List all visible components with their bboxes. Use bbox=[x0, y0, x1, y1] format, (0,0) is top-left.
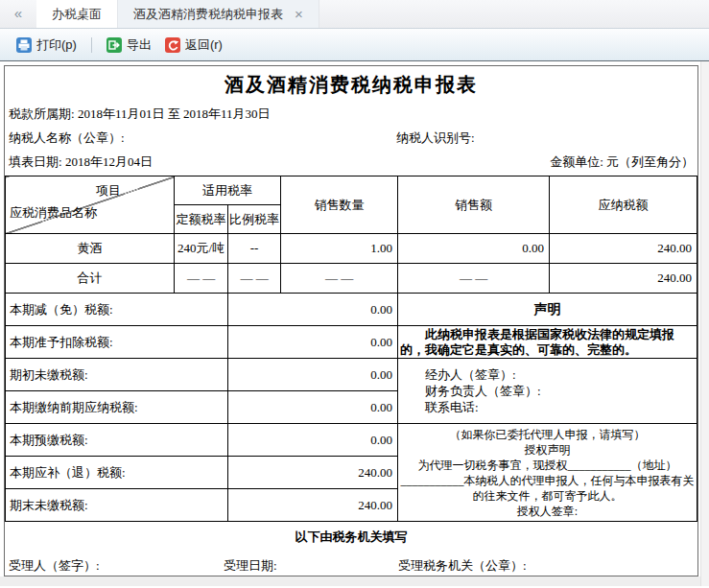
item-name: 黄酒 bbox=[6, 234, 175, 264]
row-label: 本期预缴税额: bbox=[6, 424, 228, 457]
receiver-label: 受理人（签字）: bbox=[9, 557, 100, 575]
agent-signer-label: 经办人（签章）: bbox=[425, 366, 697, 383]
authorization-line: 的往来文件，都可寄予此人。 bbox=[398, 488, 697, 504]
table-row: 本期准予扣除税额: 0.00 此纳税申报表是根据国家税收法律的规定填报的，我确定… bbox=[6, 326, 697, 359]
form-title: 酒及酒精消费税纳税申报表 bbox=[5, 66, 697, 98]
sales-value: — — bbox=[398, 264, 550, 294]
row-value: 0.00 bbox=[228, 294, 398, 326]
row-label: 期初未缴税额: bbox=[6, 359, 228, 391]
row-label: 本期缴纳前期应纳税额: bbox=[6, 391, 228, 424]
applicable-rate-header: 适用税率 bbox=[175, 176, 281, 205]
content-area: 酒及酒精消费税纳税申报表 税款所属期: 2018年11月01日 至 2018年1… bbox=[0, 61, 709, 586]
taxpayer-name-label: 纳税人名称（公章）: bbox=[9, 129, 396, 147]
tab-declaration-form[interactable]: 酒及酒精消费税纳税申报表 × bbox=[118, 0, 319, 28]
authorizer-seal-label: 授权人签章: bbox=[398, 504, 697, 519]
taxpayer-line: 纳税人名称（公章）: 纳税人识别号: bbox=[5, 123, 697, 147]
row-label: 本期减（免）税额: bbox=[6, 294, 228, 326]
tax-period-value: 2018年11月01日 至 2018年11月30日 bbox=[78, 106, 271, 121]
print-button[interactable]: 打印(p) bbox=[10, 33, 83, 58]
row-value: 0.00 bbox=[228, 326, 398, 359]
row-label: 本期应补（退）税额: bbox=[6, 457, 228, 489]
export-icon bbox=[106, 37, 122, 53]
ratio-rate-value: — — bbox=[228, 264, 281, 294]
tax-period-line: 税款所属期: 2018年11月01日 至 2018年11月30日 bbox=[5, 98, 697, 123]
sales-header: 销售额 bbox=[398, 176, 550, 234]
sales-value: 0.00 bbox=[398, 234, 550, 264]
back-button-label: 返回(r) bbox=[185, 36, 223, 54]
ratio-rate-value: -- bbox=[228, 234, 281, 264]
row-value: 240.00 bbox=[228, 457, 398, 489]
tab-desktop-label: 办税桌面 bbox=[52, 7, 102, 21]
declaration-text: 此纳税申报表是根据国家税收法律的规定填报的，我确定它是真实的、可靠的、完整的。 bbox=[398, 326, 697, 359]
toolbar: 打印(p) 导出 返回(r) bbox=[0, 29, 709, 61]
tab-desktop[interactable]: 办税桌面 bbox=[36, 0, 118, 28]
corner-header-cell: 项目 应税消费品名称 bbox=[6, 176, 175, 234]
contact-phone-label: 联系电话: bbox=[425, 399, 697, 415]
app-window: « 办税桌面 酒及酒精消费税纳税申报表 × 打印(p) bbox=[0, 0, 709, 586]
row-label: 本期准予扣除税额: bbox=[6, 326, 228, 359]
quantity-value: — — bbox=[281, 264, 398, 294]
authorization-line: 为代理一切税务事宜，现授权___________（地址） bbox=[398, 458, 697, 473]
export-button-label: 导出 bbox=[127, 36, 152, 54]
row-value: 0.00 bbox=[228, 424, 398, 457]
ratio-rate-header: 比例税率 bbox=[228, 205, 281, 234]
row-value: 0.00 bbox=[228, 391, 398, 424]
authorization-line: ___________本纳税人的代理申报人，任何与本申报表有关 bbox=[398, 473, 697, 488]
fixed-rate-value: 240元/吨 bbox=[175, 234, 228, 264]
close-icon[interactable]: × bbox=[295, 7, 303, 21]
agent-signature-block: 经办人（签章）: 财务负责人（签章）: 联系电话: bbox=[398, 359, 697, 424]
declaration-header: 声明 bbox=[398, 294, 697, 326]
fill-date-line: 填表日期: 2018年12月04日 金额单位: 元（列至角分） bbox=[5, 147, 697, 176]
main-table: 项目 应税消费品名称 适用税率 销售数量 销售额 应纳税额 定额税率 比例税率 … bbox=[5, 176, 697, 294]
collapse-tabs-icon[interactable]: « bbox=[0, 0, 36, 28]
export-button[interactable]: 导出 bbox=[100, 33, 158, 58]
authorization-title: 授权声明 bbox=[398, 442, 697, 458]
row-value: 240.00 bbox=[228, 489, 398, 522]
receiving-office-label: 受理税务机关（公章）: bbox=[398, 557, 527, 575]
item-name: 合计 bbox=[6, 264, 175, 294]
quantity-value: 1.00 bbox=[281, 234, 398, 264]
corner-bottom-label: 应税消费品名称 bbox=[10, 204, 97, 222]
taxpayer-id-label: 纳税人识别号: bbox=[396, 129, 475, 147]
table-row: 期初未缴税额: 0.00 经办人（签章）: 财务负责人（签章）: 联系电话: bbox=[6, 359, 697, 391]
print-button-label: 打印(p) bbox=[36, 36, 77, 54]
receive-date-label: 受理日期: bbox=[224, 557, 277, 575]
fixed-rate-value: — — bbox=[175, 264, 228, 294]
corner-top-label: 项目 bbox=[96, 182, 121, 200]
form-panel: 酒及酒精消费税纳税申报表 税款所属期: 2018年11月01日 至 2018年1… bbox=[4, 65, 698, 576]
tab-bar: « 办税桌面 酒及酒精消费税纳税申报表 × bbox=[0, 0, 709, 29]
table-row: 本期减（免）税额: 0.00 声明 bbox=[6, 294, 697, 326]
fixed-rate-header: 定额税率 bbox=[175, 205, 228, 234]
toolbar-separator bbox=[91, 37, 92, 53]
tax-period-label: 税款所属期: bbox=[9, 106, 75, 121]
row-value: 0.00 bbox=[228, 359, 398, 391]
authorization-line: （如果你已委托代理人申报，请填写） bbox=[398, 427, 697, 442]
finance-officer-label: 财务负责人（签章）: bbox=[425, 383, 697, 399]
tab-declaration-form-label: 酒及酒精消费税纳税申报表 bbox=[133, 0, 283, 28]
row-label: 期末未缴税额: bbox=[6, 489, 228, 522]
tax-value: 240.00 bbox=[550, 234, 697, 264]
table-row: 本期预缴税额: 0.00 （如果你已委托代理人申报，请填写） 授权声明 为代理一… bbox=[6, 424, 697, 457]
back-button[interactable]: 返回(r) bbox=[158, 33, 229, 58]
amount-unit-label: 金额单位: 元（列至角分） bbox=[550, 153, 694, 171]
table-row-total: 合计 — — — — — — — — 240.00 bbox=[6, 264, 697, 294]
table-row-yellow-wine: 黄酒 240元/吨 -- 1.00 0.00 240.00 bbox=[6, 234, 697, 264]
tax-value: 240.00 bbox=[550, 264, 697, 294]
tax-office-header: 以下由税务机关填写 bbox=[5, 529, 697, 548]
back-icon bbox=[165, 37, 180, 53]
tax-header: 应纳税额 bbox=[550, 176, 697, 234]
fill-date: 填表日期: 2018年12月04日 bbox=[9, 153, 153, 171]
fill-date-value: 2018年12月04日 bbox=[65, 154, 153, 169]
fill-date-label: 填表日期: bbox=[9, 154, 62, 169]
tax-office-signature-line: 受理人（签字）: 受理日期: 受理税务机关（公章）: bbox=[5, 553, 697, 578]
summary-table: 本期减（免）税额: 0.00 声明 本期准予扣除税额: 0.00 此纳税申报表是… bbox=[5, 293, 697, 522]
quantity-header: 销售数量 bbox=[281, 176, 398, 234]
printer-icon bbox=[16, 37, 32, 53]
authorization-block: （如果你已委托代理人申报，请填写） 授权声明 为代理一切税务事宜，现授权____… bbox=[398, 424, 697, 522]
scrollbar-track[interactable] bbox=[700, 61, 709, 586]
